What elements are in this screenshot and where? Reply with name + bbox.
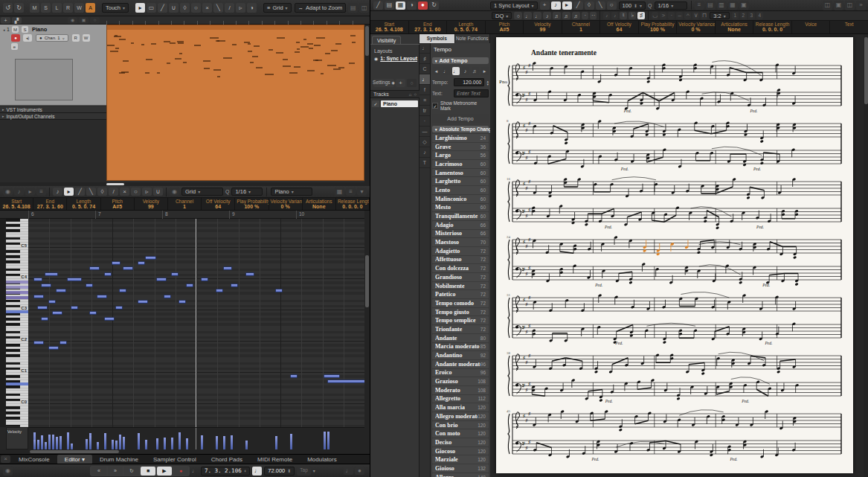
midi-note[interactable]	[48, 300, 56, 304]
page-mode-icon[interactable]: ▤	[385, 1, 394, 10]
midi-note[interactable]	[138, 261, 145, 265]
midi-activity-icon[interactable]: ◉	[3, 466, 13, 476]
erase-tool[interactable]: ◊	[97, 188, 107, 196]
score-system[interactable]: ♯♯♯♯♯♯Ped.Ped.24	[505, 234, 847, 289]
score-system[interactable]: ♯♯♯♯♯♯Ped.Ped.	[505, 60, 847, 115]
draw-tool[interactable]: ╲	[213, 3, 223, 13]
time-signature-icon[interactable]: C	[419, 64, 430, 74]
info-field-channel[interactable]: Channel1	[168, 198, 202, 210]
settings-icon[interactable]: ▾	[357, 188, 367, 196]
settings-button[interactable]: Settings ◉	[373, 79, 394, 87]
velocity-bar[interactable]	[86, 439, 88, 449]
velocity-bar[interactable]	[115, 441, 118, 449]
midi-note[interactable]	[48, 346, 59, 350]
midi-part[interactable]	[106, 25, 364, 181]
info-field-velocity-variance[interactable]: Velocity Variance0 %	[269, 198, 303, 210]
tempo-preset-item[interactable]: Affettuoso72	[432, 256, 489, 264]
tempo-preset-item[interactable]: Grandioso72	[432, 273, 489, 281]
accent-button[interactable]: >	[660, 12, 666, 19]
tab-chord-pads[interactable]: Chord Pads	[204, 455, 250, 464]
info-field-off-velocity[interactable]: Off Velocity64	[202, 198, 235, 210]
find-track-icon[interactable]: ○	[90, 17, 100, 24]
filters-icon[interactable]: ≡	[695, 1, 704, 10]
velocity-bar[interactable]	[290, 434, 292, 449]
zoom-tool[interactable]: ○	[131, 188, 141, 196]
tempo-preset-item[interactable]: Larghissimo24	[432, 134, 489, 142]
velocity-bar[interactable]	[186, 438, 188, 449]
record-icon[interactable]: ●	[418, 1, 428, 10]
record-button[interactable]: ●	[173, 467, 188, 476]
tab-midi-remote[interactable]: MIDI Remote	[250, 455, 300, 464]
midi-note[interactable]	[171, 272, 179, 276]
clef-icon[interactable]: ♩	[419, 43, 430, 54]
info-field-pitch[interactable]: PitchA#5	[101, 198, 135, 210]
velocity-bar[interactable]	[97, 442, 99, 449]
velocity-bar[interactable]	[48, 435, 51, 449]
colors-icon[interactable]: ▤	[706, 1, 716, 10]
part-select[interactable]: Piano▾	[271, 188, 312, 196]
tempo-stepper[interactable]: ⬍	[287, 468, 291, 473]
tab-drum-machine[interactable]: Drum Machine	[92, 455, 146, 464]
tempo-preset-item[interactable]: Andantino92	[432, 351, 489, 359]
tempo-preset-item[interactable]: Maestoso70	[432, 238, 489, 246]
show-metronome-row[interactable]: ✓ Show Metronome Mark	[432, 100, 489, 111]
grid-type-select[interactable]: ≡Grid▾	[263, 3, 292, 13]
precount-icon[interactable]: ●	[355, 467, 364, 475]
tempo-preset-item[interactable]: Patetico72	[432, 290, 489, 298]
step-input-icon[interactable]: ▦	[335, 188, 344, 196]
tempo-preset-item[interactable]: Andante moderato96	[432, 360, 489, 368]
velocity-bar[interactable]	[89, 436, 91, 449]
staff-options-icon[interactable]: ▥	[717, 1, 727, 10]
text-icon[interactable]: T	[419, 158, 430, 168]
note-value-next-button[interactable]: ▸	[481, 67, 489, 75]
midi-note[interactable]	[290, 374, 298, 378]
marcato-button[interactable]: ^	[684, 12, 691, 19]
tuplet-select[interactable]: 3:2▾	[710, 12, 729, 19]
info-field-start[interactable]: Start26. 5. 4.108	[0, 198, 33, 210]
tab-modulators[interactable]: Modulators	[300, 455, 344, 464]
adapt-to-zoom-select[interactable]: ↔Adapt to Zoom	[295, 3, 347, 13]
midi-note[interactable]	[115, 306, 123, 310]
midi-note[interactable]	[86, 284, 93, 287]
tempo-preset-item[interactable]: Tempo giusto72	[432, 308, 489, 316]
velocity-bar[interactable]	[223, 436, 225, 449]
velocity-bar[interactable]	[33, 440, 36, 449]
tempo-preset-item[interactable]: Allegro140	[432, 473, 489, 477]
velocity-bar[interactable]	[216, 436, 218, 449]
tempo-display[interactable]: 72.000⬍	[264, 467, 295, 476]
quantize-select[interactable]: 1/16▾	[231, 188, 263, 196]
monitor-button[interactable]: ◂)	[23, 34, 32, 42]
key-signature-icon[interactable]: ♯	[419, 54, 430, 64]
info-field-text[interactable]: Text	[830, 21, 868, 33]
tempo-preset-item[interactable]: Giocoso120	[432, 447, 489, 455]
tempo-stepper[interactable]: ▴▾	[486, 80, 489, 86]
tempo-preset-item[interactable]: Lamentoso60	[432, 169, 489, 177]
midi-note[interactable]	[223, 266, 232, 270]
autoscroll-icon[interactable]: ▸	[25, 188, 35, 196]
velocity-bar[interactable]	[52, 435, 54, 449]
draw-tool[interactable]: ╱	[573, 1, 583, 10]
pencil-icon[interactable]: ╱	[373, 1, 383, 10]
velocity-bar[interactable]	[56, 437, 58, 449]
tempo-preset-item[interactable]: Adagietto72	[432, 247, 489, 255]
velocity-bar[interactable]	[245, 441, 248, 449]
info-field-release-length[interactable]: Release Length0. 0. 0. 0	[753, 21, 792, 33]
range-select-tool[interactable]: ▭	[147, 3, 156, 13]
midi-note[interactable]	[71, 306, 78, 310]
object-select-tool[interactable]: ▸	[135, 3, 145, 13]
tab-symbols[interactable]: Symbols	[419, 34, 455, 43]
undo-icon[interactable]: ↺	[3, 3, 13, 13]
tab-mixconsole[interactable]: MixConsole	[11, 455, 57, 464]
info-field-end[interactable]: End27. 3. 1. 60	[33, 198, 67, 210]
state-button-w[interactable]: W	[74, 3, 84, 13]
velocity-bar[interactable]	[201, 435, 203, 449]
info-field-play-probability[interactable]: Play Probability100 %	[639, 21, 678, 33]
chevron-down-icon[interactable]: ▾	[313, 468, 315, 473]
midi-note[interactable]	[41, 317, 48, 321]
score-system[interactable]: ♯♯♯♯♯♯Ped.Ped.31	[505, 292, 847, 347]
tempo-preset-item[interactable]: Allegro moderato120	[432, 412, 489, 420]
play-button[interactable]: ▶	[157, 467, 172, 476]
zoom-stepper[interactable]: ⬍	[634, 3, 637, 8]
velocity-bar[interactable]	[60, 436, 62, 449]
stop-button[interactable]: ■	[141, 467, 155, 476]
